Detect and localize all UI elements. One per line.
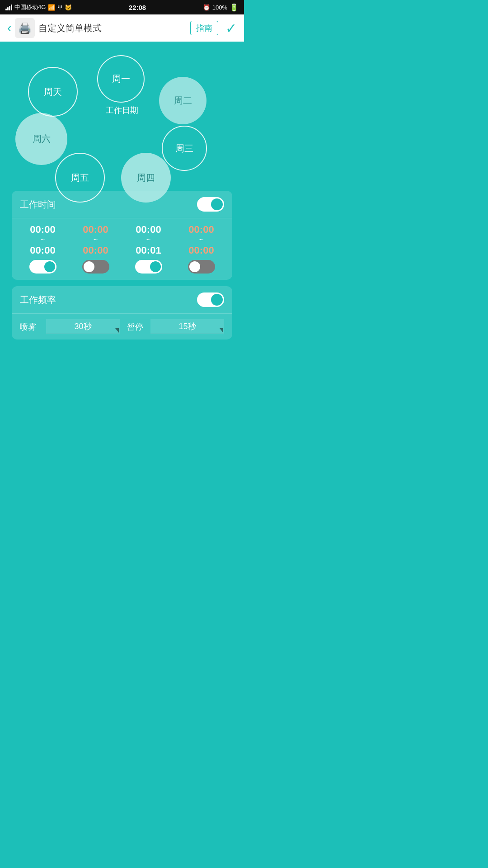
slot3-toggle-knob (150, 261, 161, 272)
device-icon: 🖨️ (18, 22, 32, 34)
slot4-end[interactable]: 00:00 (188, 245, 214, 256)
slot2-tilde: ~ (94, 236, 98, 244)
device-thumbnail: 🖨️ (15, 18, 35, 38)
work-freq-title: 工作频率 (20, 294, 56, 306)
pause-label: 暂停 (124, 321, 146, 332)
slot1-end[interactable]: 00:00 (30, 245, 55, 256)
status-bar: 中国移动4G 📶 Ψ 🐱 22:08 ⏰ 100% 🔋 (0, 0, 244, 14)
battery-text: 100% (212, 4, 227, 11)
bottom-panels: 工作时间 00:00 ~ 00:00 00:00 (0, 191, 244, 340)
slot3-tilde: ~ (146, 236, 150, 244)
day-monday[interactable]: 周一 (97, 55, 145, 103)
slot4-toggle[interactable] (188, 260, 215, 274)
slot1-start[interactable]: 00:00 (30, 224, 55, 236)
back-button[interactable]: ‹ (7, 21, 11, 35)
work-time-title: 工作时间 (20, 198, 56, 211)
usb-icon: Ψ (57, 4, 62, 11)
header-right: 指南 ✓ (190, 20, 237, 36)
day-thursday[interactable]: 周四 (121, 153, 171, 203)
slot3-start[interactable]: 00:00 (136, 224, 161, 236)
freq-row: 喷雾 30秒 暂停 15秒 (12, 314, 232, 340)
time-slot-1: 00:00 ~ 00:00 (16, 224, 69, 274)
work-freq-panel: 工作频率 喷雾 30秒 暂停 15秒 (12, 286, 232, 340)
day-saturday[interactable]: 周六 (15, 113, 67, 165)
day-wednesday[interactable]: 周三 (162, 126, 207, 171)
slot2-toggle[interactable] (82, 260, 109, 274)
slot4-start[interactable]: 00:00 (188, 224, 214, 236)
slot1-tilde: ~ (41, 236, 45, 244)
slot4-toggle-knob (189, 261, 200, 272)
day-friday[interactable]: 周五 (55, 153, 105, 203)
status-left: 中国移动4G 📶 Ψ 🐱 (5, 3, 72, 11)
slot2-end[interactable]: 00:00 (83, 245, 108, 256)
slot2-start[interactable]: 00:00 (83, 224, 108, 236)
battery-icon: 🔋 (230, 3, 239, 12)
page-title: 自定义简单模式 (38, 22, 102, 34)
day-sunday[interactable]: 周天 (28, 67, 78, 117)
wifi-icon: 📶 (48, 4, 55, 11)
alarm-icon: ⏰ (203, 4, 210, 11)
spray-label: 喷雾 (20, 321, 42, 332)
main-content: 工作日期 周一 周二 周三 周四 周五 周六 周天 (0, 42, 244, 344)
slot3-end[interactable]: 00:01 (136, 245, 161, 256)
time-slot-2: 00:00 ~ 00:00 (69, 224, 122, 274)
time-slots-grid: 00:00 ~ 00:00 00:00 ~ 00:00 (12, 218, 232, 280)
time-slot-4: 00:00 ~ 00:00 (175, 224, 228, 274)
slot3-toggle[interactable] (135, 260, 162, 274)
slot2-toggle-knob (84, 261, 94, 272)
toggle-knob (211, 198, 223, 210)
work-days-label: 工作日期 (106, 105, 138, 116)
header-left: ‹ 🖨️ 自定义简单模式 (7, 18, 102, 38)
cat-icon: 🐱 (65, 4, 72, 11)
carrier-text: 中国移动4G (14, 3, 46, 11)
work-time-panel: 工作时间 00:00 ~ 00:00 00:00 (12, 191, 232, 280)
status-right: ⏰ 100% 🔋 (203, 3, 239, 12)
spray-value: 30秒 (70, 319, 95, 334)
work-freq-toggle[interactable] (197, 292, 224, 307)
spray-select[interactable]: 30秒 (46, 319, 120, 334)
slot1-toggle-knob (44, 261, 55, 272)
header: ‹ 🖨️ 自定义简单模式 指南 ✓ (0, 14, 244, 42)
days-area: 工作日期 周一 周二 周三 周四 周五 周六 周天 (0, 46, 244, 191)
pause-value: 15秒 (175, 319, 199, 334)
pause-select[interactable]: 15秒 (150, 319, 224, 334)
spray-dropdown-icon (115, 328, 119, 333)
work-time-header: 工作时间 (12, 191, 232, 218)
work-time-toggle[interactable] (197, 197, 224, 212)
slot4-tilde: ~ (199, 236, 203, 244)
work-freq-header: 工作频率 (12, 286, 232, 314)
guide-button[interactable]: 指南 (190, 21, 218, 35)
time-slot-3: 00:00 ~ 00:01 (122, 224, 175, 274)
slot1-toggle[interactable] (29, 260, 56, 274)
confirm-button[interactable]: ✓ (225, 20, 237, 36)
signal-icon (5, 4, 12, 10)
time-display: 22:08 (129, 4, 146, 11)
day-tuesday[interactable]: 周二 (159, 77, 206, 124)
pause-dropdown-icon (220, 328, 223, 333)
freq-toggle-knob (211, 294, 223, 306)
